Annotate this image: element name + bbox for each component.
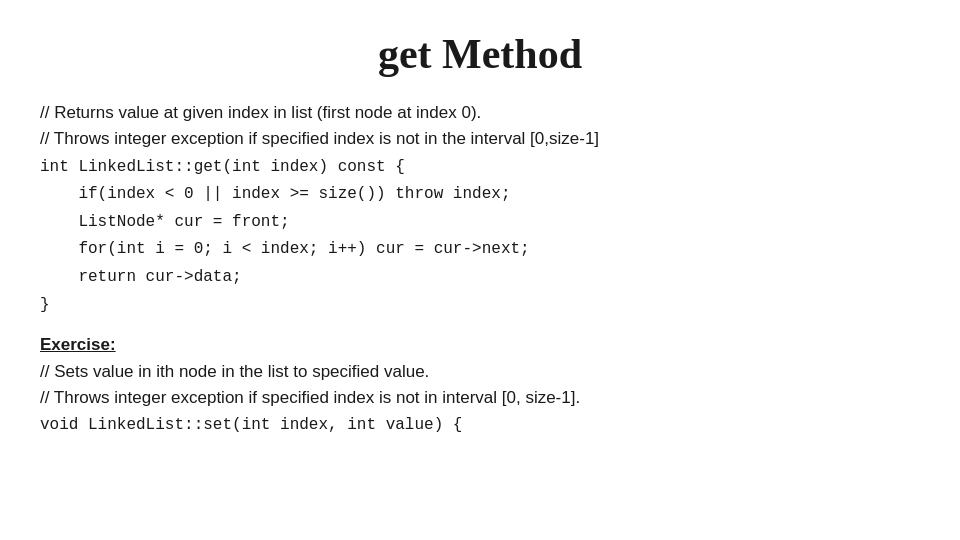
exercise-comment-line-1: // Sets value in ith node in the list to… [40, 359, 920, 385]
code-line-3: ListNode* cur = front; [40, 210, 920, 236]
code-line-5: return cur->data; [40, 265, 920, 291]
exercise-label: Exercise: [40, 332, 116, 358]
exercise-code-line-1: void LinkedList::set(int index, int valu… [40, 413, 920, 439]
comment-line-1: // Returns value at given index in list … [40, 100, 920, 126]
slide-content: // Returns value at given index in list … [40, 100, 920, 441]
code-line-1: int LinkedList::get(int index) const { [40, 155, 920, 181]
slide-title: get Method [40, 30, 920, 78]
slide-container: get Method // Returns value at given ind… [0, 0, 960, 540]
code-line-2: if(index < 0 || index >= size()) throw i… [40, 182, 920, 208]
code-line-4: for(int i = 0; i < index; i++) cur = cur… [40, 237, 920, 263]
code-line-6: } [40, 293, 920, 319]
exercise-comment-line-2: // Throws integer exception if specified… [40, 385, 920, 411]
comment-line-2: // Throws integer exception if specified… [40, 126, 920, 152]
